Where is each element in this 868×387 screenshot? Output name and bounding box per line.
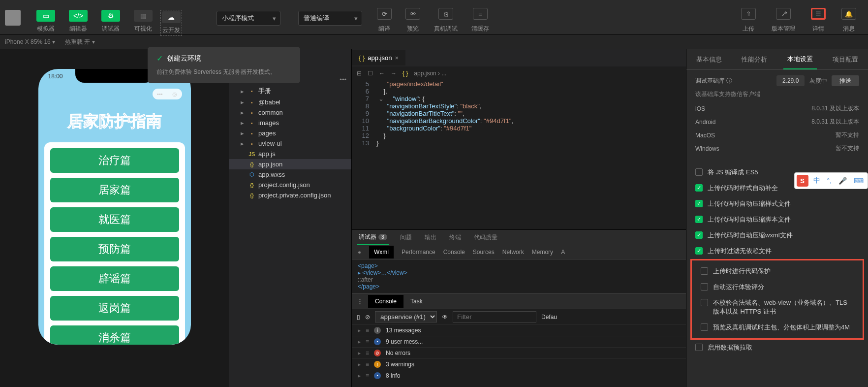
file-tree-item[interactable]: ▸▪common (229, 107, 351, 118)
wxml-tree[interactable]: <page> ▸ <view>…</view> ::after </page> (352, 259, 686, 293)
ime-punct-icon[interactable]: °, (825, 177, 834, 185)
editor-tab-appjson[interactable]: { } app.json × (352, 50, 405, 65)
menu-item[interactable]: 治疗篇 (50, 148, 179, 173)
console-message-row[interactable]: ▸≡•9 user mess... (352, 336, 686, 347)
file-tree-item[interactable]: ⬡app.wxss (229, 169, 351, 180)
sources-tab[interactable]: Sources (473, 249, 495, 256)
details-button[interactable]: ☰详情 (804, 8, 833, 33)
cloud-dev-button[interactable]: ☁云开发 (160, 10, 182, 36)
setting-checkbox-row[interactable]: 预览及真机调试时主包、分包体积上限调整为4M (692, 320, 863, 335)
file-tree-item[interactable]: ▸▪手册 (229, 85, 351, 97)
console-message-row[interactable]: ▸≡!3 warnings (352, 358, 686, 370)
console-message-row[interactable]: ▸≡•8 info (352, 370, 686, 381)
setting-checkbox-row[interactable]: 不校验合法域名、web-view（业务域名）、TLS 版本以及 HTTPS 证书 (692, 295, 863, 320)
menu-item[interactable]: 辟谣篇 (50, 266, 179, 291)
inspect-icon[interactable]: ⟐ (358, 249, 361, 256)
setting-checkbox-row[interactable]: 上传代码时自动压缩wxml文件 (686, 227, 868, 243)
menu-item[interactable]: 返岗篇 (50, 296, 179, 321)
setting-checkbox-row[interactable]: 上传代码时自动压缩样式文件 (686, 196, 868, 212)
forward-icon[interactable]: → (391, 70, 397, 77)
quality-tab[interactable]: 代码质量 (472, 230, 499, 245)
checkbox[interactable] (701, 299, 708, 306)
checkbox[interactable] (695, 216, 703, 223)
menu-item[interactable]: 预防篇 (50, 237, 179, 261)
checkbox[interactable] (695, 184, 703, 192)
debugger-tab[interactable]: 调试器3 (357, 230, 389, 245)
more-icon[interactable]: ••• (340, 76, 346, 83)
network-tab[interactable]: Network (502, 249, 524, 256)
output-tab[interactable]: 输出 (423, 230, 438, 245)
clear-icon[interactable]: ⊘ (365, 314, 370, 321)
app-mode-dropdown[interactable]: 小程序模式 (217, 11, 280, 26)
file-tree-item[interactable]: ▸▪@babel (229, 97, 351, 107)
setting-checkbox-row[interactable]: 上传时过滤无依赖文件 (686, 243, 868, 259)
message-button[interactable]: 🔔消息 (835, 8, 863, 33)
bookmark-icon[interactable]: ☐ (368, 70, 373, 77)
checkbox[interactable] (701, 323, 708, 331)
console-message-row[interactable]: ▸≡⊘No errors (352, 347, 686, 358)
ime-keyboard-icon[interactable]: ⌨ (852, 177, 866, 185)
ime-toolbar[interactable]: S 中 °, 🎤 ⌨ (794, 172, 868, 189)
upload-button[interactable]: ⇧上传 (734, 8, 763, 33)
setting-checkbox-row[interactable]: 自动运行体验评分 (692, 279, 863, 295)
back-icon[interactable]: ← (379, 70, 385, 77)
lib-version-selector[interactable]: 2.29.0 (776, 75, 805, 86)
basic-info-tab[interactable]: 基本信息 (692, 50, 726, 69)
version-button[interactable]: ⎇版本管理 (765, 8, 802, 33)
setting-checkbox-row[interactable]: 上传代码时自动压缩脚本文件 (686, 212, 868, 227)
checkbox[interactable] (695, 247, 703, 255)
checkbox[interactable] (701, 267, 708, 275)
local-settings-tab[interactable]: 本地设置 (783, 50, 817, 69)
ime-lang[interactable]: 中 (811, 176, 822, 185)
more-tab[interactable]: A (561, 249, 565, 256)
setting-checkbox-row[interactable]: 上传时进行代码保护 (692, 263, 863, 279)
filter-input[interactable] (453, 311, 536, 322)
checkbox[interactable] (695, 344, 703, 351)
performance-tab[interactable]: Performance (402, 249, 435, 256)
file-tree-item[interactable]: {}app.json (229, 159, 351, 169)
context-selector[interactable]: appservice (#1) (375, 311, 437, 322)
file-tree-item[interactable]: ▸▪uview-ui (229, 138, 351, 149)
real-debug-button[interactable]: ⎘真机调试 (427, 8, 465, 33)
hot-reload-toggle[interactable]: 热重载 开 ▾ (65, 38, 95, 46)
console-subtab[interactable]: Console (368, 295, 403, 308)
menu-item[interactable]: 居家篇 (50, 178, 179, 202)
user-avatar[interactable] (5, 10, 21, 26)
file-tree-item[interactable]: ▸▪pages (229, 128, 351, 138)
file-tree-item[interactable]: JSapp.js (229, 149, 351, 159)
ime-mic-icon[interactable]: 🎤 (837, 177, 849, 185)
console-tab[interactable]: Console (443, 249, 465, 256)
level-selector[interactable]: Defau (541, 314, 557, 321)
device-selector[interactable]: iPhone X 85% 16 ▾ (5, 38, 55, 45)
debugger-mode-button[interactable]: ⚙调试器 (95, 10, 126, 36)
push-button[interactable]: 推送 (832, 75, 859, 86)
clear-cache-button[interactable]: ≡清缓存 (465, 8, 496, 33)
console-message-row[interactable]: ▸≡i13 messages (352, 324, 686, 336)
menu-item[interactable]: 就医篇 (50, 207, 179, 232)
editor-mode-button[interactable]: </>编辑器 (63, 10, 93, 36)
checkbox[interactable] (701, 283, 708, 290)
menu-item[interactable]: 消杀篇 (50, 325, 179, 345)
console-menu-icon[interactable]: ⋮ (352, 297, 368, 305)
wxml-tab[interactable]: Wxml (369, 246, 394, 258)
memory-tab[interactable]: Memory (532, 249, 553, 256)
close-tab-icon[interactable]: × (395, 54, 399, 62)
problems-tab[interactable]: 问题 (398, 230, 414, 245)
visual-mode-button[interactable]: ▦可视化 (128, 10, 158, 36)
checkbox[interactable] (695, 200, 703, 207)
compile-button[interactable]: ⟳编译 (370, 8, 399, 33)
file-tree-item[interactable]: ▸▪images (229, 118, 351, 128)
file-tree-item[interactable]: {}project.config.json (229, 180, 351, 190)
compile-mode-dropdown[interactable]: 普通编译 (298, 11, 362, 26)
terminal-tab[interactable]: 终端 (447, 230, 463, 245)
task-subtab[interactable]: Task (403, 295, 430, 308)
preview-button[interactable]: 👁预览 (399, 8, 427, 33)
eye-icon[interactable]: 👁 (442, 314, 448, 321)
setting-checkbox-row[interactable]: 启用数据预拉取 (686, 340, 868, 355)
simulator-mode-button[interactable]: ▭模拟器 (31, 10, 61, 36)
checkbox[interactable] (695, 231, 703, 239)
toggle-icon[interactable]: ⊟ (357, 70, 362, 77)
sidebar-toggle-icon[interactable]: ▯ (357, 314, 360, 321)
phone-capsule-menu[interactable]: •••◎ (153, 89, 182, 99)
file-tree-item[interactable]: {}project.private.config.json (229, 190, 351, 200)
